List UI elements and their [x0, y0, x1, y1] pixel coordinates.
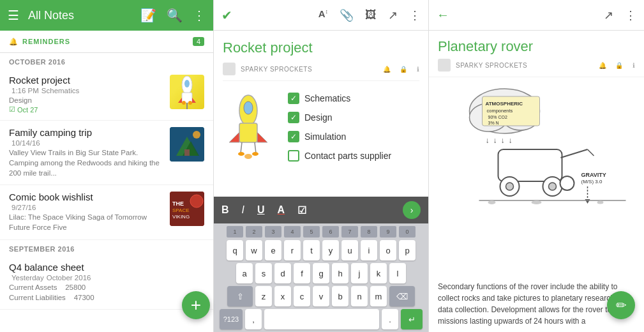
note-item-camping[interactable]: Family camping trip 10/14/16 Valley View…: [0, 121, 213, 185]
mid-panel: ✔ A↕ 📎 🖼 ↗ ⋮ Rocket project SPARKY SPROC…: [214, 0, 429, 332]
key-j[interactable]: j: [351, 263, 368, 283]
check-label-2: Simulation: [304, 132, 346, 142]
svg-line-47: [588, 149, 594, 156]
svg-point-44: [549, 183, 557, 190]
note-item-comic[interactable]: Comic book wishlist 9/27/16 Lilac: The S…: [0, 185, 213, 239]
format-next-arrow[interactable]: ›: [403, 201, 421, 219]
svg-text:SPACE: SPACE: [172, 207, 190, 213]
lock-icon[interactable]: 🔒: [400, 66, 408, 73]
key-q[interactable]: q: [227, 240, 243, 260]
font-color-button[interactable]: A: [278, 204, 285, 216]
back-arrow-icon[interactable]: ←: [437, 8, 449, 22]
share-right-icon[interactable]: ↗: [604, 8, 613, 22]
key-g[interactable]: g: [313, 263, 329, 283]
key-l[interactable]: l: [389, 263, 406, 283]
svg-point-6: [182, 101, 186, 105]
check-item-2[interactable]: Simulation: [288, 131, 419, 142]
key-e[interactable]: e: [265, 240, 281, 260]
key-k[interactable]: k: [370, 263, 387, 283]
svg-point-7: [188, 101, 192, 105]
kb-row-1: q w e r t y u i o p: [215, 240, 427, 260]
key-m[interactable]: m: [370, 286, 387, 306]
share-icon[interactable]: ↗: [388, 8, 398, 22]
image-icon[interactable]: 🖼: [365, 8, 377, 22]
reminders-badge: 4: [193, 37, 204, 46]
info-icon[interactable]: ℹ: [417, 66, 420, 73]
check-item-1[interactable]: Design: [288, 112, 419, 123]
key-s[interactable]: s: [255, 263, 272, 283]
kb-numbers-row: 1 2 3 4 5 6 7 8 9 0: [215, 226, 427, 238]
mid-toolbar-right: A↕ 📎 🖼 ↗ ⋮: [318, 8, 421, 22]
note-item-rocket[interactable]: Rocket project 1:16 PMSchematics Design …: [0, 68, 213, 121]
key-enter[interactable]: ↵: [401, 309, 423, 329]
key-b[interactable]: b: [332, 286, 348, 306]
more-right-icon[interactable]: ⋮: [625, 8, 636, 22]
right-note-meta: SPARKY SPROCKETS 🔔 🔒 ℹ: [429, 59, 644, 77]
key-space[interactable]: [264, 309, 379, 329]
key-comma[interactable]: ,: [245, 309, 262, 329]
more-mid-icon[interactable]: ⋮: [409, 8, 421, 22]
check-label-3: Contact parts supplier: [304, 151, 391, 161]
note-item-balance[interactable]: Q4 balance sheet YesterdayOctober 2016 C…: [0, 255, 213, 310]
checkbox-1[interactable]: [288, 112, 299, 123]
right-toolbar: ← ↗ ⋮: [429, 0, 644, 31]
key-v[interactable]: v: [313, 286, 329, 306]
font-icon[interactable]: A↕: [318, 8, 328, 22]
right-lock-icon[interactable]: 🔒: [615, 62, 624, 69]
key-a[interactable]: a: [236, 263, 253, 283]
key-shift[interactable]: ⇧: [227, 286, 253, 306]
right-info-icon[interactable]: ℹ: [633, 62, 636, 69]
key-p[interactable]: p: [399, 240, 416, 260]
search-icon[interactable]: 🔍: [167, 8, 183, 23]
svg-rect-11: [184, 149, 190, 156]
key-period[interactable]: .: [382, 309, 398, 329]
key-u[interactable]: u: [341, 240, 358, 260]
key-w[interactable]: w: [246, 240, 262, 260]
key-h[interactable]: h: [332, 263, 348, 283]
check-item-0[interactable]: Schematics: [288, 93, 419, 104]
right-alarm-icon[interactable]: 🔔: [599, 62, 607, 69]
checklist: Schematics Design Simulation Contact par…: [288, 93, 419, 190]
key-numbers[interactable]: ?123: [220, 309, 243, 329]
attach-icon[interactable]: 📎: [340, 8, 354, 22]
rocket-drawing: [223, 93, 280, 163]
bold-button[interactable]: B: [221, 204, 229, 216]
reminders-bar[interactable]: 🔔 REMINDERS 4: [0, 31, 213, 53]
key-i[interactable]: i: [361, 240, 377, 260]
rover-drawing: ATMOSPHERIC components 90% CO2 3% N ↓ ↓ …: [429, 77, 644, 276]
reminder-bell-icon: 🔔: [9, 38, 19, 46]
svg-text:VIKING: VIKING: [172, 214, 190, 220]
alarm-icon[interactable]: 🔔: [383, 66, 391, 73]
key-r[interactable]: r: [284, 240, 301, 260]
italic-button[interactable]: I: [242, 204, 244, 216]
key-f[interactable]: f: [294, 263, 310, 283]
key-d[interactable]: d: [274, 263, 291, 283]
underline-button[interactable]: U: [257, 204, 265, 216]
key-o[interactable]: o: [380, 240, 396, 260]
note-content-balance: Q4 balance sheet YesterdayOctober 2016 C…: [9, 262, 204, 303]
note-snippet-camping: Valley View Trails in Big Sur State Park…: [9, 147, 163, 178]
svg-marker-21: [257, 132, 267, 142]
key-z[interactable]: z: [255, 286, 272, 306]
format-bar: B I U A ☑ ›: [214, 197, 428, 223]
right-notebook-icon: [438, 59, 451, 72]
key-t[interactable]: t: [303, 240, 320, 260]
add-note-fab[interactable]: +: [182, 291, 210, 319]
check-item-3[interactable]: Contact parts supplier: [288, 150, 419, 162]
checkbox-2[interactable]: [288, 131, 299, 142]
key-c[interactable]: c: [294, 286, 310, 306]
compose-icon[interactable]: 📝: [140, 8, 156, 23]
key-x[interactable]: x: [274, 286, 291, 306]
menu-icon[interactable]: ☰: [8, 8, 19, 23]
edit-note-fab[interactable]: ✏: [607, 291, 635, 319]
keyboard: 1 2 3 4 5 6 7 8 9 0 q w e r t y u i o: [214, 223, 428, 332]
check-icon[interactable]: ✔: [221, 8, 232, 23]
checkbox-0[interactable]: [288, 93, 299, 104]
key-backspace[interactable]: ⌫: [389, 286, 415, 306]
more-icon[interactable]: ⋮: [193, 8, 206, 23]
key-y[interactable]: y: [322, 240, 339, 260]
checkbox-3[interactable]: [288, 150, 299, 162]
svg-line-23: [241, 142, 242, 153]
checkbox-button[interactable]: ☑: [297, 204, 306, 216]
key-n[interactable]: n: [351, 286, 368, 306]
